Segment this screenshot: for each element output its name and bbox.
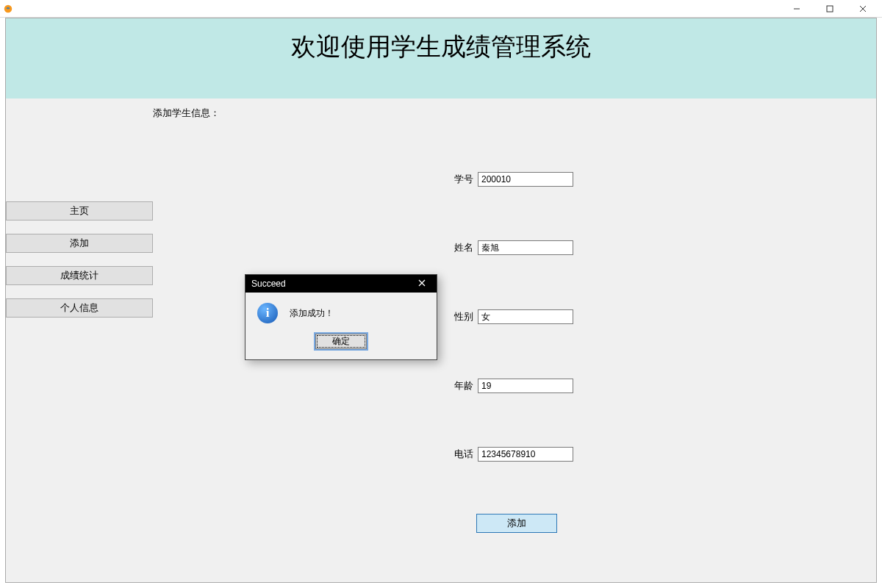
label-phone: 电话 [454, 448, 473, 461]
label-student-id: 学号 [454, 173, 473, 186]
success-dialog: Succeed 添加成功！ 确定 [245, 274, 437, 360]
content-area: 添加学生信息： 主页 添加 成绩统计 个人信息 学号 姓名 性别 年龄 电话 [6, 98, 876, 582]
submit-add-button[interactable]: 添加 [476, 514, 557, 533]
svg-rect-2 [827, 6, 833, 12]
java-app-icon [3, 4, 13, 14]
window-minimize-button[interactable] [780, 0, 813, 18]
window-close-button[interactable] [846, 0, 879, 18]
label-name: 姓名 [454, 241, 473, 254]
input-age[interactable] [478, 379, 573, 393]
header-banner: 欢迎使用学生成绩管理系统 [6, 18, 876, 98]
dialog-ok-button[interactable]: 确定 [315, 334, 367, 349]
dialog-title: Succeed [251, 279, 286, 289]
sidebar: 主页 添加 成绩统计 个人信息 [6, 201, 153, 318]
field-name: 姓名 [454, 240, 573, 255]
field-phone: 电话 [454, 447, 573, 462]
field-student-id: 学号 [454, 172, 573, 187]
sidebar-item-add[interactable]: 添加 [6, 234, 153, 253]
input-name[interactable] [478, 240, 573, 255]
info-icon [257, 303, 278, 323]
window-maximize-button[interactable] [813, 0, 846, 18]
sidebar-item-home[interactable]: 主页 [6, 201, 153, 220]
dialog-close-button[interactable] [413, 279, 431, 289]
app-frame: 欢迎使用学生成绩管理系统 添加学生信息： 主页 添加 成绩统计 个人信息 学号 … [5, 18, 877, 583]
page-title: 欢迎使用学生成绩管理系统 [291, 30, 591, 64]
field-age: 年龄 [454, 379, 573, 393]
input-student-id[interactable] [478, 172, 573, 187]
sidebar-item-stats[interactable]: 成绩统计 [6, 266, 153, 285]
input-phone[interactable] [478, 447, 573, 462]
input-gender[interactable] [478, 309, 573, 324]
sidebar-item-profile[interactable]: 个人信息 [6, 298, 153, 318]
field-gender: 性别 [454, 309, 573, 324]
dialog-message: 添加成功！ [290, 307, 334, 320]
label-age: 年龄 [454, 379, 473, 392]
section-label: 添加学生信息： [153, 107, 220, 120]
dialog-titlebar: Succeed [245, 275, 437, 293]
label-gender: 性别 [454, 310, 473, 323]
window-titlebar [0, 0, 882, 18]
